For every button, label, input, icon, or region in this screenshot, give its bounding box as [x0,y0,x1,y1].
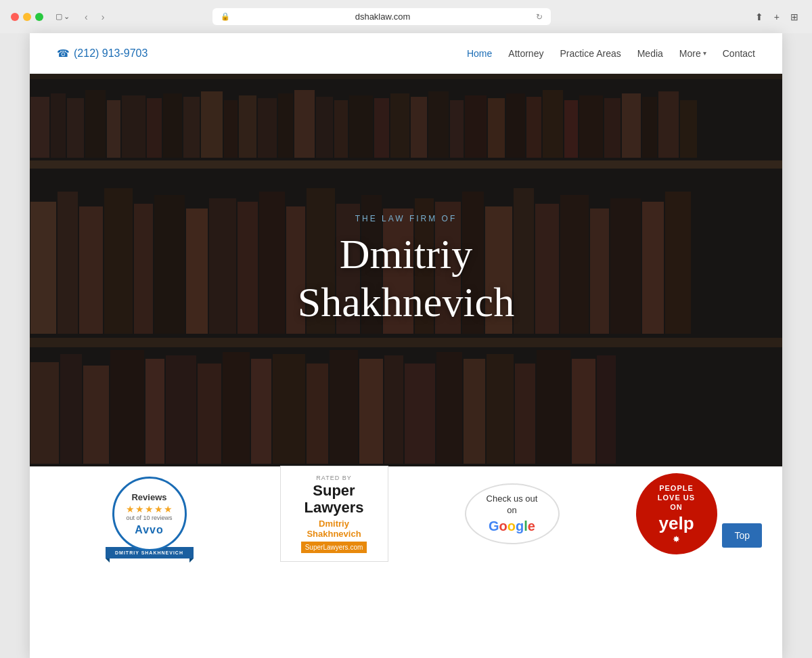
yelp-badge-inner: PEOPLE LOVE US ON yelp ✸ [636,473,717,554]
window-controls [11,13,43,21]
sidebar-toggle-button[interactable]: ▢ ⌄ [51,10,74,23]
avvo-count: out of 10 reviews [126,514,172,521]
nav-practice-areas[interactable]: Practice Areas [560,48,621,59]
close-button[interactable] [11,13,19,21]
sl-name: DmitriyShakhnevich [293,519,376,539]
badges-section: Reviews ★★★★★ out of 10 reviews Avvo DMI… [30,466,782,561]
hero-subtitle: THE LAW FIRM OF [298,214,514,223]
yelp-logo-text: yelp [658,513,694,534]
forward-button[interactable]: › [99,10,108,24]
google-badge[interactable]: Check us out on Google [465,483,560,544]
phone-text: (212) 913-9703 [74,47,148,60]
tab-grid-button[interactable]: ⊞ [788,10,801,24]
top-button[interactable]: Top [722,523,762,548]
nav-home[interactable]: Home [467,48,492,59]
google-check-text: Check us out on [487,494,538,517]
chevron-down-icon: ▾ [703,49,706,57]
avvo-reviews-label: Reviews [131,492,166,502]
yelp-badge[interactable]: PEOPLE LOVE US ON yelp ✸ [636,473,717,554]
address-bar[interactable]: 🔒 dshaklaw.com ↻ [212,8,551,25]
avvo-stars: ★★★★★ [126,504,173,514]
yelp-burst-icon: ✸ [673,534,680,544]
nav-attorney[interactable]: Attorney [508,48,543,59]
hero-title-line1: Dmitriy [340,231,472,277]
super-lawyers-badge[interactable]: RATED BY Super Lawyers DmitriyShakhnevic… [280,466,388,561]
browser-actions: ⬆ + ⊞ [752,10,801,24]
url-text: dshaklaw.com [234,12,532,22]
site-nav: Home Attorney Practice Areas Media More … [467,48,755,59]
sidebar-icon: ▢ [55,12,62,21]
nav-more[interactable]: More ▾ [679,48,706,59]
website-container: ☎ (212) 913-9703 Home Attorney Practice … [30,33,782,658]
share-button[interactable]: ⬆ [752,10,766,24]
maximize-button[interactable] [35,13,43,21]
hero-title-line2: Shakhnevich [298,279,514,325]
minimize-button[interactable] [23,13,31,21]
sidebar-chevron: ⌄ [64,12,70,21]
avvo-badge[interactable]: Reviews ★★★★★ out of 10 reviews Avvo DMI… [95,475,204,553]
browser-chrome: ▢ ⌄ ‹ › 🔒 dshaklaw.com ↻ ⬆ + ⊞ [0,0,812,33]
nav-media[interactable]: Media [637,48,663,59]
refresh-icon[interactable]: ↻ [536,12,543,22]
nav-contact[interactable]: Contact [723,48,755,59]
phone-number[interactable]: ☎ (212) 913-9703 [57,47,148,60]
browser-titlebar: ▢ ⌄ ‹ › 🔒 dshaklaw.com ↻ ⬆ + ⊞ [0,0,812,33]
sl-badge-inner: RATED BY Super Lawyers DmitriyShakhnevic… [280,466,388,561]
avvo-logo: Avvo [135,524,164,536]
sl-rated-by: RATED BY [293,475,376,481]
sl-site: SuperLawyers.com [301,542,367,553]
site-header: ☎ (212) 913-9703 Home Attorney Practice … [30,33,782,74]
google-logo: Google [489,519,535,534]
hero-title: Dmitriy Shakhnevich [298,230,514,327]
phone-icon: ☎ [57,47,70,60]
avvo-circle: Reviews ★★★★★ out of 10 reviews Avvo [112,477,187,551]
hero-content: THE LAW FIRM OF Dmitriy Shakhnevich [298,214,514,327]
google-badge-inner: Check us out on Google [465,483,560,544]
yelp-people-text: PEOPLE LOVE US ON [658,483,695,512]
lock-icon: 🔒 [221,12,230,21]
new-tab-button[interactable]: + [771,10,782,24]
hero-section: THE LAW FIRM OF Dmitriy Shakhnevich [30,74,782,466]
back-button[interactable]: ‹ [82,10,91,24]
sl-title: Super Lawyers [293,483,376,515]
